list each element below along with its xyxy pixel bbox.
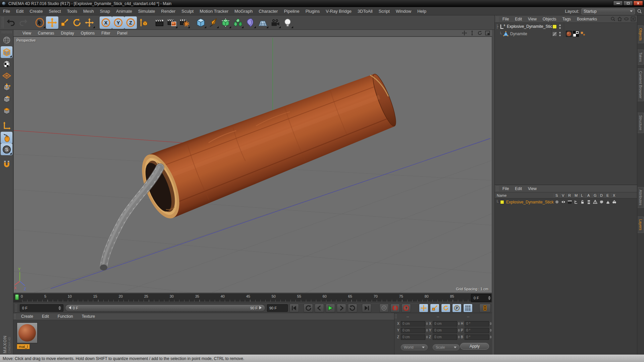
size-field[interactable]: 0 cm bbox=[433, 321, 457, 326]
previous-key-button[interactable] bbox=[304, 304, 313, 312]
viewport-menu-item[interactable]: View bbox=[19, 31, 35, 36]
add-deformer-button[interactable] bbox=[244, 16, 257, 29]
keyframe-position-button[interactable] bbox=[419, 304, 428, 312]
layer-manager-menu-item[interactable]: Edit bbox=[512, 186, 525, 191]
deformers-toggle-icon[interactable] bbox=[598, 200, 605, 204]
add-subdivision-surface-button[interactable] bbox=[219, 16, 232, 29]
menu-item[interactable]: V-Ray Bridge bbox=[323, 9, 355, 14]
apply-button[interactable]: Apply bbox=[460, 343, 489, 350]
position-field[interactable]: 0 cm bbox=[401, 328, 425, 333]
menu-item[interactable]: MoGraph bbox=[231, 9, 256, 14]
visibility-dots[interactable] bbox=[559, 24, 561, 29]
enable-axis-button[interactable] bbox=[1, 120, 12, 132]
end-frame-field[interactable]: 90 F bbox=[267, 304, 288, 312]
menu-item[interactable]: Snap bbox=[97, 9, 113, 14]
menu-item[interactable]: Tools bbox=[64, 9, 80, 14]
visibility-dots[interactable] bbox=[559, 32, 561, 36]
object-name[interactable]: Explosive_Dynamite_Stick bbox=[507, 24, 554, 29]
tab-attributes[interactable]: Attributes bbox=[638, 187, 644, 208]
add-spline-button[interactable] bbox=[207, 16, 219, 29]
rotation-field[interactable]: 0 ° bbox=[465, 328, 489, 333]
go-to-start-button[interactable] bbox=[289, 304, 299, 312]
move-tool[interactable] bbox=[46, 16, 58, 29]
pan-view-icon[interactable] bbox=[462, 31, 467, 36]
material-tag-icon[interactable] bbox=[566, 31, 572, 37]
polygons-mode-button[interactable] bbox=[1, 105, 12, 117]
tab-takes[interactable]: Takes bbox=[638, 50, 644, 65]
menu-item[interactable]: Mesh bbox=[80, 9, 97, 14]
lock-toggle-icon[interactable] bbox=[579, 200, 586, 204]
object-row-dynamite-stick[interactable]: ├ 0 Explosive_Dynamite_Stick bbox=[495, 23, 637, 30]
layer-manager-menu-item[interactable]: File bbox=[499, 186, 512, 191]
maximize-button[interactable] bbox=[623, 1, 633, 6]
last-used-move-tool[interactable] bbox=[83, 16, 96, 29]
menu-item[interactable]: Window bbox=[393, 9, 414, 14]
live-selection-tool[interactable] bbox=[34, 16, 46, 29]
enable-snap-button[interactable] bbox=[1, 159, 12, 170]
menu-item[interactable]: Sculpt bbox=[178, 9, 197, 14]
layout-select[interactable]: Startup bbox=[581, 8, 635, 14]
snap-settings-button[interactable]: S bbox=[1, 143, 12, 155]
render-view-button[interactable] bbox=[153, 16, 166, 29]
tab-layers[interactable]: Layers bbox=[638, 217, 644, 233]
lock-y-axis-button[interactable]: Y bbox=[112, 16, 124, 29]
dynamite-fuse[interactable] bbox=[100, 167, 160, 270]
home-icon[interactable] bbox=[617, 16, 622, 21]
transform-mode-select[interactable]: Scale bbox=[433, 344, 460, 350]
go-to-end-button[interactable] bbox=[362, 304, 371, 312]
toolbar-grip[interactable] bbox=[1, 17, 4, 28]
coordinate-space-select[interactable]: World bbox=[401, 344, 428, 350]
object-manager-menu-item[interactable]: Objects bbox=[540, 17, 559, 21]
object-manager-grip[interactable] bbox=[496, 16, 498, 21]
render-toggle-icon[interactable] bbox=[567, 200, 573, 204]
play-forwards-button[interactable] bbox=[326, 304, 335, 312]
layer-row[interactable]: └ Explosive_Dynamite_Stick bbox=[495, 198, 637, 205]
expressions-toggle-icon[interactable] bbox=[605, 200, 611, 204]
current-frame-field[interactable]: 0 F bbox=[20, 304, 63, 312]
menu-item[interactable]: Plugins bbox=[303, 9, 323, 14]
dynamite-stick-mesh[interactable] bbox=[135, 66, 402, 223]
coordinate-system-button[interactable] bbox=[137, 16, 149, 29]
tab-structure[interactable]: Structure bbox=[638, 113, 644, 133]
menu-item[interactable]: Animate bbox=[113, 9, 135, 14]
menu-item[interactable]: Create bbox=[26, 9, 46, 14]
add-panel-icon[interactable] bbox=[631, 16, 636, 21]
toggle-view-icon[interactable] bbox=[485, 31, 490, 36]
solo-toggle-icon[interactable] bbox=[554, 200, 560, 204]
next-key-button[interactable] bbox=[348, 304, 357, 312]
add-cube-button[interactable] bbox=[195, 16, 207, 29]
layer-color-swatch[interactable] bbox=[500, 200, 504, 204]
viewport-menu-item[interactable]: Panel bbox=[114, 31, 131, 36]
make-editable-button[interactable] bbox=[1, 35, 12, 46]
close-button[interactable]: x bbox=[633, 1, 643, 6]
menu-item[interactable]: Select bbox=[46, 9, 64, 14]
current-frame-marker[interactable] bbox=[15, 294, 19, 300]
object-row-dynamite[interactable]: └ Dynamite bbox=[495, 30, 637, 38]
lock-x-axis-button[interactable]: X bbox=[100, 16, 112, 29]
filmstrip-options-button[interactable] bbox=[479, 304, 491, 312]
uvw-tag-icon[interactable] bbox=[573, 31, 579, 37]
menu-item[interactable]: Help bbox=[414, 9, 429, 14]
layer-manager-menu-item[interactable]: View bbox=[525, 186, 540, 191]
keyframe-scale-button[interactable] bbox=[430, 304, 439, 312]
rotation-field[interactable]: 0 ° bbox=[465, 321, 489, 326]
autokeying-button[interactable] bbox=[390, 304, 400, 312]
keyframe-parameter-button[interactable]: P bbox=[452, 304, 462, 312]
transport-grip[interactable] bbox=[15, 304, 17, 312]
palette-grip[interactable] bbox=[1, 31, 12, 34]
material-menu-item[interactable]: Function bbox=[53, 314, 77, 319]
object-name[interactable]: Dynamite bbox=[510, 32, 527, 36]
question-mode-button[interactable]: ? bbox=[401, 304, 411, 312]
points-mode-button[interactable] bbox=[1, 81, 12, 93]
edit-render-settings-button[interactable] bbox=[178, 16, 191, 29]
position-field[interactable]: 0 cm bbox=[401, 335, 425, 340]
object-manager-menu-item[interactable]: View bbox=[525, 17, 540, 21]
material-thumbnail[interactable] bbox=[17, 322, 38, 343]
edges-mode-button[interactable] bbox=[1, 93, 12, 105]
layer-color-swatch-disabled[interactable] bbox=[552, 32, 557, 36]
size-field[interactable]: 0 cm bbox=[433, 335, 457, 340]
previous-frame-button[interactable] bbox=[315, 304, 324, 312]
zoom-view-icon[interactable] bbox=[470, 31, 475, 36]
add-environment-button[interactable] bbox=[257, 16, 269, 29]
material-menu-item[interactable]: Edit bbox=[38, 314, 53, 319]
